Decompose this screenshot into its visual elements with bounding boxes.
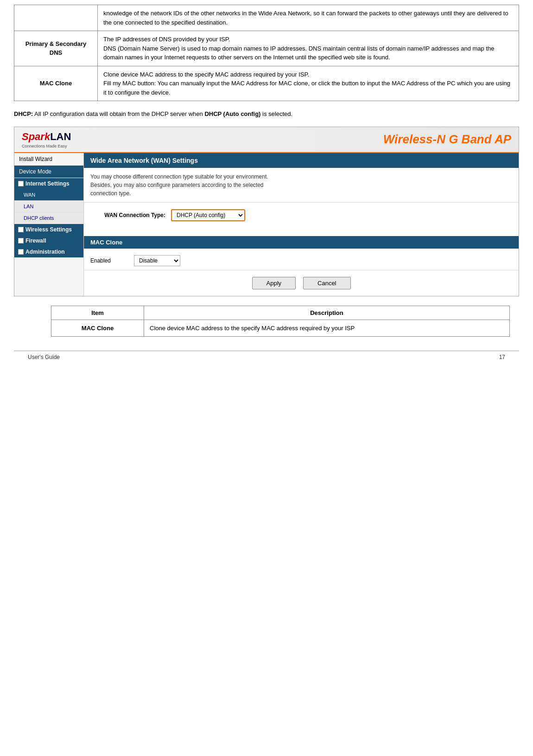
bottom-table-header-description: Description bbox=[144, 306, 510, 320]
wan-connection-label: WAN Connection Type: bbox=[91, 212, 165, 218]
footer-left: User's Guide bbox=[28, 354, 60, 360]
wan-description: You may choose different connection type… bbox=[84, 168, 519, 203]
sidebar-item-firewall[interactable]: Firewall bbox=[14, 235, 83, 246]
router-body: Install Wizard Device Mode Internet Sett… bbox=[14, 153, 519, 296]
desc-cell-dns: The IP addresses of DNS provided by your… bbox=[98, 31, 519, 66]
desc-text-network: knowledge of the network IDs of the othe… bbox=[103, 10, 508, 26]
wan-form: WAN Connection Type: DHCP (Auto config) … bbox=[84, 203, 519, 233]
mac-enabled-label: Enabled bbox=[90, 257, 127, 264]
sidebar-label-lan: LAN bbox=[24, 204, 33, 209]
router-logo: SparkLAN Connections Made Easy bbox=[22, 131, 71, 148]
router-sidebar: Install Wizard Device Mode Internet Sett… bbox=[14, 153, 84, 296]
sidebar-label-admin: Administration bbox=[25, 249, 65, 255]
dhcp-body: All IP configuration data will obtain fr… bbox=[33, 110, 204, 117]
wan-connection-select[interactable]: DHCP (Auto config) Static IP PPPoE bbox=[171, 209, 245, 221]
sidebar-item-lan[interactable]: LAN bbox=[14, 201, 83, 212]
dhcp-emphasis: DHCP (Auto config) bbox=[204, 110, 260, 117]
label-cell-dns: Primary & Secondary DNS bbox=[14, 31, 98, 66]
firewall-checkbox[interactable] bbox=[18, 238, 24, 243]
label-cell-mac-clone: MAC Clone bbox=[14, 66, 98, 101]
label-cell-empty bbox=[14, 5, 98, 31]
table-row-network: knowledge of the network IDs of the othe… bbox=[14, 5, 519, 31]
desc-cell-mac-clone: Clone device MAC address to the specify … bbox=[98, 66, 519, 101]
button-row: Apply Cancel bbox=[84, 270, 519, 296]
footer-right: 17 bbox=[499, 354, 505, 360]
router-header: SparkLAN Connections Made Easy Wireless-… bbox=[14, 127, 519, 153]
sidebar-item-internet-settings[interactable]: Internet Settings bbox=[14, 178, 83, 189]
sidebar-item-wan[interactable]: WAN bbox=[14, 189, 83, 201]
router-main: Wide Area Network (WAN) Settings You may… bbox=[84, 153, 519, 296]
sidebar-item-install-wizard[interactable]: Install Wizard bbox=[14, 153, 83, 166]
sidebar-label-dhcp-clients: DHCP clients bbox=[24, 215, 54, 221]
sidebar-item-administration[interactable]: Administration bbox=[14, 246, 83, 257]
wan-desc-line1: You may choose different connection type… bbox=[90, 173, 268, 180]
logo-spark: Spark bbox=[22, 131, 50, 142]
sidebar-item-dhcp-clients[interactable]: DHCP clients bbox=[14, 212, 83, 224]
desc-text-mac-clone: Clone device MAC address to the specify … bbox=[103, 71, 510, 96]
table-row-mac-clone: MAC Clone Clone device MAC address to th… bbox=[14, 66, 519, 101]
bottom-table-row: MAC Clone Clone device MAC address to th… bbox=[51, 320, 510, 337]
wan-title: Wide Area Network (WAN) Settings bbox=[84, 153, 519, 168]
wan-desc-line3: connection type. bbox=[90, 190, 131, 197]
dhcp-description: DHCP: All IP configuration data will obt… bbox=[14, 109, 519, 119]
wireless-checkbox[interactable] bbox=[18, 227, 24, 232]
sidebar-label-wan: WAN bbox=[24, 192, 35, 198]
router-title: Wireless-N G Band AP bbox=[383, 132, 511, 147]
bottom-table: Item Description MAC Clone Clone device … bbox=[51, 306, 510, 337]
wan-desc-line2: Besides, you may also configure paramete… bbox=[90, 182, 264, 188]
sidebar-label-device-mode: Device Mode bbox=[19, 168, 51, 175]
sidebar-label-firewall: Firewall bbox=[25, 237, 46, 244]
bottom-desc-text: Clone device MAC address to the specify … bbox=[150, 325, 355, 332]
table-row-dns: Primary & Secondary DNS The IP addresses… bbox=[14, 31, 519, 66]
footer: User's Guide 17 bbox=[14, 351, 519, 363]
sidebar-label-install: Install Wizard bbox=[19, 156, 52, 162]
router-ui: SparkLAN Connections Made Easy Wireless-… bbox=[14, 127, 519, 296]
sidebar-label-wireless: Wireless Settings bbox=[25, 226, 72, 233]
sparklan-logo-text: SparkLAN bbox=[22, 131, 71, 143]
bottom-table-header-row: Item Description bbox=[51, 306, 510, 320]
bottom-item-mac-clone: MAC Clone bbox=[51, 320, 144, 337]
bottom-table-header-item: Item bbox=[51, 306, 144, 320]
mac-clone-bar: MAC Clone bbox=[84, 236, 519, 249]
apply-button[interactable]: Apply bbox=[252, 277, 296, 289]
desc-cell-network: knowledge of the network IDs of the othe… bbox=[98, 5, 519, 31]
cancel-button[interactable]: Cancel bbox=[303, 277, 350, 289]
logo-lan: LAN bbox=[50, 131, 71, 142]
desc-text-dns: The IP addresses of DNS provided by your… bbox=[103, 36, 494, 61]
top-table: knowledge of the network IDs of the othe… bbox=[14, 5, 519, 101]
sidebar-item-wireless-settings[interactable]: Wireless Settings bbox=[14, 224, 83, 235]
bottom-desc-mac-clone: Clone device MAC address to the specify … bbox=[144, 320, 510, 337]
dhcp-label: DHCP: bbox=[14, 110, 33, 117]
bottom-table-wrapper: Item Description MAC Clone Clone device … bbox=[51, 306, 510, 337]
dhcp-suffix: is selected. bbox=[260, 110, 292, 117]
page-wrapper: knowledge of the network IDs of the othe… bbox=[0, 0, 533, 372]
sidebar-item-device-mode[interactable]: Device Mode bbox=[14, 166, 83, 178]
wan-connection-row: WAN Connection Type: DHCP (Auto config) … bbox=[91, 209, 511, 221]
admin-checkbox[interactable] bbox=[18, 249, 24, 255]
sidebar-label-internet: Internet Settings bbox=[25, 180, 70, 187]
logo-tagline: Connections Made Easy bbox=[22, 144, 71, 148]
mac-enabled-row: Enabled Disable Enable bbox=[84, 251, 519, 270]
mac-disable-select[interactable]: Disable Enable bbox=[134, 255, 180, 266]
internet-checkbox[interactable] bbox=[18, 181, 24, 186]
